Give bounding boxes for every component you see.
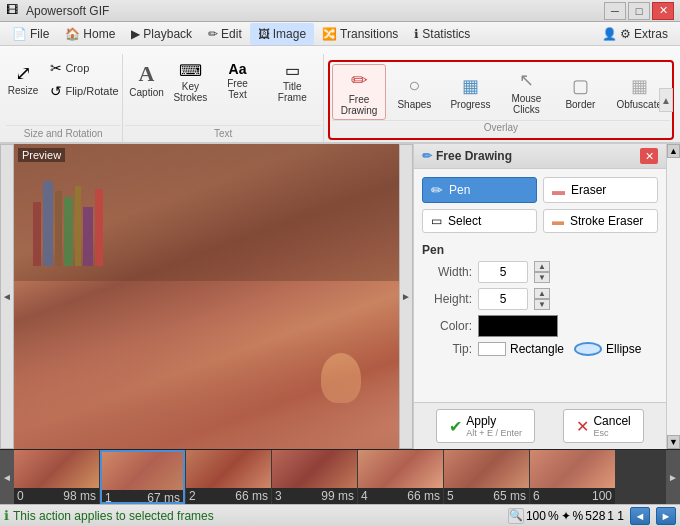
width-input[interactable] [478,261,528,283]
caption-button[interactable]: A Caption [125,58,167,102]
film-frame-3[interactable]: 3 99 ms [272,450,357,504]
width-row: Width: ▲ ▼ [422,261,658,283]
right-scroll-arrow[interactable]: ► [399,144,413,449]
height-down-button[interactable]: ▼ [534,299,550,310]
menu-bar: 📄 File 🏠 Home ▶ Playback ✏ Edit 🖼 Image … [0,22,680,46]
free-drawing-button[interactable]: ✏ FreeDrawing [332,64,387,120]
height-input[interactable] [478,288,528,310]
mouse-clicks-button[interactable]: ↖ MouseClicks [500,64,552,120]
width-down-button[interactable]: ▼ [534,272,550,283]
coord-value: 1 1 [607,509,624,523]
menu-statistics[interactable]: ℹ Statistics [406,23,478,45]
flip-rotate-button[interactable]: ↺ Flip/Rotate [45,81,123,101]
pen-tool-button[interactable]: ✏ Pen [422,177,537,203]
size-rotation-buttons: ⤢ Resize ✂ Crop ↺ Flip/Rotate [3,54,124,105]
collapse-button[interactable]: ▲ [659,88,673,112]
obfuscate-icon: ▦ [631,75,648,97]
transitions-icon: 🔀 [322,27,337,41]
overlay-section: ✏ FreeDrawing ○ Shapes ▦ Progress ↖ Mous… [328,60,674,140]
pen-icon: ✏ [431,182,443,198]
tool-grid: ✏ Pen ▬ Eraser ▭ Select ▬ Stroke Eraser [422,177,658,233]
ellipse-tip-option[interactable]: Ellipse [574,342,641,356]
crop-icon: ✂ [50,61,62,75]
status-message: ℹ This action applies to selected frames [4,508,500,523]
menu-home[interactable]: 🏠 Home [57,23,123,45]
stroke-eraser-tool-button[interactable]: ▬ Stroke Eraser [543,209,658,233]
cancel-x-icon: ✕ [576,417,589,436]
cancel-button[interactable]: ✕ Cancel Esc [563,409,643,443]
mouse-clicks-icon: ↖ [519,69,534,91]
edit-icon: ✏ [208,27,218,41]
height-up-button[interactable]: ▲ [534,288,550,299]
film-thumb-6 [530,450,615,488]
film-frame-1[interactable]: 1 67 ms [100,450,185,504]
film-frame-6[interactable]: 6 100 [530,450,615,504]
eraser-tool-button[interactable]: ▬ Eraser [543,177,658,203]
progress-button[interactable]: ▦ Progress [442,64,498,120]
frame-index-3: 3 [275,489,282,503]
eraser-icon: ▬ [552,183,565,198]
panel-close-button[interactable]: ✕ [640,148,658,164]
menu-transitions[interactable]: 🔀 Transitions [314,23,406,45]
menu-edit[interactable]: ✏ Edit [200,23,250,45]
dimension-value: 528 [585,509,605,523]
frame-index-4: 4 [361,489,368,503]
nav-back-button[interactable]: ◄ [630,507,650,525]
menu-image[interactable]: 🖼 Image [250,23,314,45]
film-info-2: 2 66 ms [186,488,271,504]
caption-icon: A [139,62,155,86]
scroll-up-button[interactable]: ▲ [667,144,680,158]
frame-delay-0: 98 ms [63,489,96,503]
film-frame-4[interactable]: 4 66 ms [358,450,443,504]
title-frame-button[interactable]: ▭ Title Frame [264,58,321,107]
film-frame-5[interactable]: 5 65 ms [444,450,529,504]
crop-button[interactable]: ✂ Crop [45,58,123,78]
zoom-percent: % [548,509,559,523]
menu-playback[interactable]: ▶ Playback [123,23,200,45]
overlay-label: Overlay [332,120,670,136]
settings-icon: ⚙ [620,27,631,41]
shapes-button[interactable]: ○ Shapes [388,64,440,120]
status-right: 🔍 100 % ✦ % 528 1 1 ◄ ► [508,507,676,525]
statistics-icon: ℹ [414,27,419,41]
free-drawing-icon: ✏ [351,68,368,92]
frame-index-2: 2 [189,489,196,503]
panel-header: ✏ Free Drawing ✕ [414,144,666,169]
zoom-separator: ✦ [561,509,571,523]
maximize-button[interactable]: □ [628,2,650,20]
extras-button[interactable]: 👤 ⚙ Extras [594,25,676,43]
frame-delay-5: 65 ms [493,489,526,503]
resize-button[interactable]: ⤢ Resize [3,58,44,100]
width-label: Width: [422,265,472,279]
film-frame-0[interactable]: 0 98 ms [14,450,99,504]
panel-footer: ✔ Apply Alt + E / Enter ✕ Cancel Esc [414,402,666,449]
apply-button[interactable]: ✔ Apply Alt + E / Enter [436,409,535,443]
width-up-button[interactable]: ▲ [534,261,550,272]
film-thumb-4 [358,450,443,488]
free-text-icon: Aa [229,62,247,77]
select-tool-button[interactable]: ▭ Select [422,209,537,233]
film-info-5: 5 65 ms [444,488,529,504]
app-title: Apowersoft GIF [26,4,604,18]
scroll-down-button[interactable]: ▼ [667,435,680,449]
image-icon: 🖼 [258,27,270,41]
user-icon: 👤 [602,27,617,41]
filmstrip-right-button[interactable]: ► [666,450,680,504]
menu-file[interactable]: 📄 File [4,23,57,45]
left-scroll-arrow[interactable]: ◄ [0,144,14,449]
nav-forward-button[interactable]: ► [656,507,676,525]
film-frame-2[interactable]: 2 66 ms [186,450,271,504]
close-button[interactable]: ✕ [652,2,674,20]
key-strokes-button[interactable]: ⌨ Key Strokes [170,58,212,107]
key-strokes-icon: ⌨ [179,62,202,80]
border-button[interactable]: ▢ Border [554,64,606,120]
filmstrip-left-button[interactable]: ◄ [0,450,14,504]
frame-delay-3: 99 ms [321,489,354,503]
rectangle-tip-option[interactable]: Rectangle [478,342,564,356]
minimize-button[interactable]: ─ [604,2,626,20]
zoom-search-button[interactable]: 🔍 [508,508,524,524]
text-buttons: A Caption ⌨ Key Strokes Aa Free Text ▭ T… [125,54,320,111]
color-swatch[interactable] [478,315,558,337]
free-text-button[interactable]: Aa Free Text [213,58,262,104]
ribbon: ⤢ Resize ✂ Crop ↺ Flip/Rotate Size and R… [0,46,680,144]
